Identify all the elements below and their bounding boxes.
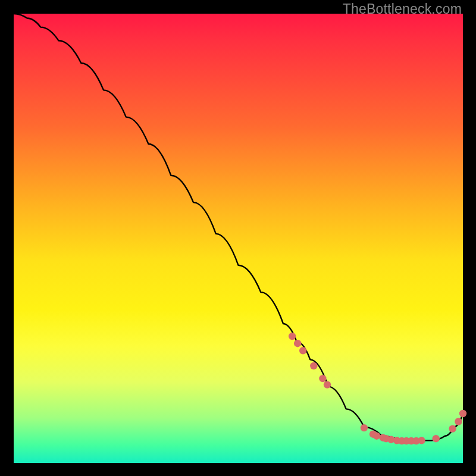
data-point	[373, 433, 380, 440]
data-point	[324, 381, 331, 388]
data-point	[294, 340, 301, 347]
chart-svg	[14, 14, 463, 463]
data-point	[459, 410, 466, 417]
data-point	[418, 437, 425, 444]
data-point	[310, 362, 317, 369]
data-point	[299, 347, 306, 354]
data-point	[455, 418, 462, 425]
data-point	[361, 424, 368, 431]
data-point	[449, 425, 456, 432]
bottleneck-curve	[14, 14, 463, 440]
data-point	[433, 435, 440, 442]
marker-group	[289, 333, 466, 444]
data-point	[289, 333, 296, 340]
data-point	[319, 375, 326, 382]
